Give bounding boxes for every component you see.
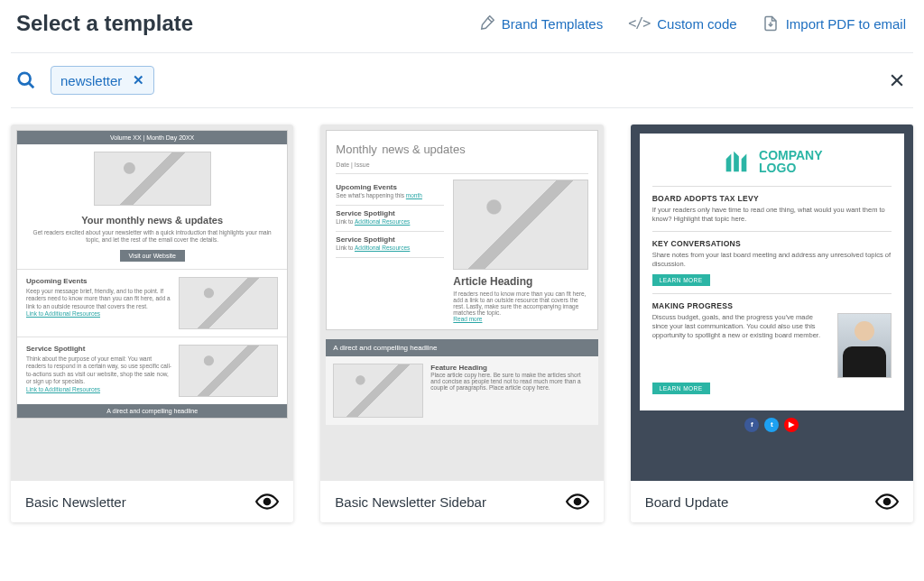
code-icon: </> <box>628 15 650 32</box>
custom-code-link[interactable]: </> Custom code <box>628 15 736 32</box>
learn-more-button: LEARN MORE <box>652 274 710 286</box>
svg-point-6 <box>884 499 891 505</box>
import-pdf-label: Import PDF to email <box>786 16 906 32</box>
svg-point-0 <box>19 73 31 85</box>
side-title: Upcoming Events <box>336 183 444 191</box>
template-grid: Volume XX | Month Day 20XX Your monthly … <box>0 108 924 522</box>
clear-search-icon[interactable] <box>888 71 906 89</box>
sec-body: Share notes from your last board meeting… <box>652 251 892 269</box>
thumb-sec1-body: Keep your message brief, friendly, and t… <box>26 288 171 310</box>
facebook-icon: f <box>744 418 759 432</box>
thumb-cta: Visit our Website <box>120 250 185 262</box>
custom-code-label: Custom code <box>657 16 736 32</box>
thumb-bar: A direct and compelling headline <box>326 339 597 356</box>
side-link: Additional Resources <box>355 244 410 251</box>
article-heading: Article Heading <box>453 275 587 288</box>
brush-icon <box>478 15 494 32</box>
template-thumbnail: Volume XX | Month Day 20XX Your monthly … <box>11 124 293 481</box>
learn-more-button: LEARN MORE <box>652 383 710 394</box>
chip-remove-icon[interactable]: ✕ <box>133 72 144 88</box>
youtube-icon: ▶ <box>784 418 799 432</box>
sec-body: Discuss budget, goals, and the progress … <box>652 313 828 340</box>
thumb-heading: Your monthly news & updates <box>17 213 287 229</box>
page-header: Select a template Brand Templates </> Cu… <box>0 0 924 52</box>
template-thumbnail: Monthly news & updates Date | Issue Upco… <box>320 124 603 481</box>
card-footer: Basic Newsletter Sidebar <box>320 481 603 522</box>
brand-templates-label: Brand Templates <box>502 16 603 32</box>
svg-point-4 <box>264 499 271 505</box>
svg-line-1 <box>29 83 34 88</box>
preview-icon[interactable] <box>875 493 899 510</box>
brand-templates-link[interactable]: Brand Templates <box>478 15 603 32</box>
company-logo: COMPANYLOGO <box>652 143 892 186</box>
image-placeholder <box>179 277 278 329</box>
template-card-basic-newsletter[interactable]: Volume XX | Month Day 20XX Your monthly … <box>11 124 293 522</box>
card-footer: Board Update <box>631 481 913 522</box>
svg-point-5 <box>574 499 580 505</box>
side-title: Service Spotlight <box>336 209 444 217</box>
template-thumbnail: COMPANYLOGO BOARD ADOPTS TAX LEVY If you… <box>631 124 913 481</box>
logo-icon <box>721 146 752 177</box>
sec-title: BOARD ADOPTS TAX LEVY <box>652 194 892 203</box>
read-more-link: Read more <box>453 316 587 322</box>
preview-icon[interactable] <box>566 493 589 510</box>
sec-title: KEY CONVERSATIONS <box>652 239 892 248</box>
import-pdf-link[interactable]: Import PDF to email <box>762 14 906 32</box>
sec-title: MAKING PROGRESS <box>652 301 892 310</box>
person-photo <box>837 313 892 378</box>
social-icons: f t ▶ <box>640 410 904 434</box>
page-title: Select a template <box>16 11 193 36</box>
template-name: Board Update <box>645 494 729 510</box>
thumb-sec2-title: Service Spotlight <box>26 345 171 353</box>
thumb-sec2-body: Think about the purpose of your email: Y… <box>26 355 171 386</box>
image-placeholder <box>333 364 423 418</box>
card-footer: Basic Newsletter <box>11 481 293 522</box>
side-link: Additional Resources <box>355 218 410 225</box>
feature-heading: Feature Heading <box>430 364 590 372</box>
image-placeholder <box>179 345 278 397</box>
thumb-link: Link to Additional Resources <box>26 386 171 392</box>
side-text: See what's happening this <box>336 192 406 198</box>
template-name: Basic Newsletter Sidebar <box>335 494 486 510</box>
article-body: If readers need to know more than you ca… <box>453 290 587 316</box>
twitter-icon: t <box>764 418 779 432</box>
header-actions: Brand Templates </> Custom code Import P… <box>478 14 906 32</box>
thumb-date: Date | Issue <box>336 158 587 174</box>
side-text: Link to <box>336 218 355 225</box>
search-icon[interactable] <box>16 70 36 90</box>
template-name: Basic Newsletter <box>25 494 126 510</box>
thumb-sec1-title: Upcoming Events <box>26 277 171 285</box>
pdf-icon <box>762 14 779 32</box>
side-link: month <box>406 192 422 198</box>
search-chip-label: newsletter <box>60 73 122 88</box>
search-filter-chip[interactable]: newsletter ✕ <box>51 66 154 95</box>
thumb-bottombar: A direct and compelling headline <box>17 404 287 418</box>
template-card-board-update[interactable]: COMPANYLOGO BOARD ADOPTS TAX LEVY If you… <box>631 124 913 522</box>
image-placeholder <box>94 152 211 206</box>
image-placeholder <box>453 180 587 270</box>
feature-body: Place article copy here. Be sure to make… <box>430 372 590 391</box>
side-text: Link to <box>336 244 355 251</box>
thumb-heading: Monthly news & updates <box>336 138 587 158</box>
template-card-basic-newsletter-sidebar[interactable]: Monthly news & updates Date | Issue Upco… <box>320 124 603 522</box>
thumb-intro: Get readers excited about your newslette… <box>17 229 287 250</box>
preview-icon[interactable] <box>255 493 279 510</box>
search-row: newsletter ✕ <box>0 53 924 107</box>
thumb-topbar: Volume XX | Month Day 20XX <box>17 131 287 144</box>
thumb-link: Link to Additional Resources <box>26 310 171 317</box>
side-title: Service Spotlight <box>336 235 444 244</box>
sec-body: If your readers only have time to read o… <box>652 206 892 224</box>
